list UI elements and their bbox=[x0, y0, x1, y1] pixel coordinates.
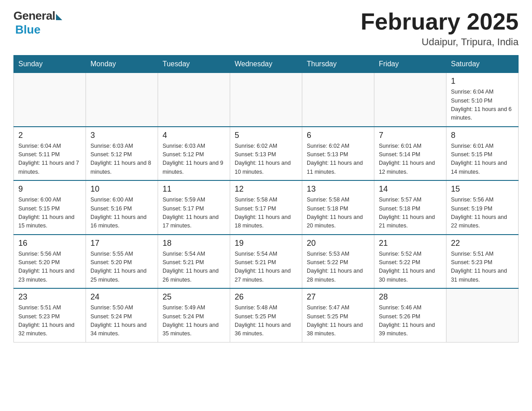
day-info: Sunrise: 5:56 AM Sunset: 5:19 PM Dayligh… bbox=[451, 196, 514, 231]
day-number: 28 bbox=[379, 292, 442, 302]
day-info: Sunrise: 5:49 AM Sunset: 5:24 PM Dayligh… bbox=[163, 304, 225, 338]
day-info: Sunrise: 5:47 AM Sunset: 5:25 PM Dayligh… bbox=[307, 304, 369, 338]
day-cell bbox=[374, 73, 446, 127]
day-info: Sunrise: 5:52 AM Sunset: 5:22 PM Dayligh… bbox=[379, 250, 442, 285]
day-info: Sunrise: 5:56 AM Sunset: 5:20 PM Dayligh… bbox=[18, 250, 81, 285]
day-info: Sunrise: 6:01 AM Sunset: 5:15 PM Dayligh… bbox=[451, 142, 514, 177]
day-number: 27 bbox=[307, 292, 369, 302]
day-info: Sunrise: 5:50 AM Sunset: 5:24 PM Dayligh… bbox=[90, 304, 153, 338]
week-row-2: 2Sunrise: 6:04 AM Sunset: 5:11 PM Daylig… bbox=[14, 127, 519, 181]
day-number: 21 bbox=[379, 239, 442, 248]
week-row-5: 23Sunrise: 5:51 AM Sunset: 5:23 PM Dayli… bbox=[14, 288, 519, 342]
day-cell: 2Sunrise: 6:04 AM Sunset: 5:11 PM Daylig… bbox=[14, 127, 86, 181]
weekday-header-thursday: Thursday bbox=[302, 56, 374, 73]
day-info: Sunrise: 5:54 AM Sunset: 5:21 PM Dayligh… bbox=[163, 250, 225, 285]
day-info: Sunrise: 6:04 AM Sunset: 5:11 PM Dayligh… bbox=[18, 142, 81, 177]
day-number: 16 bbox=[18, 239, 81, 248]
logo-blue-text: Blue bbox=[15, 23, 40, 37]
day-cell: 24Sunrise: 5:50 AM Sunset: 5:24 PM Dayli… bbox=[86, 288, 158, 342]
day-cell: 26Sunrise: 5:48 AM Sunset: 5:25 PM Dayli… bbox=[230, 288, 302, 342]
day-info: Sunrise: 5:51 AM Sunset: 5:23 PM Dayligh… bbox=[451, 250, 514, 285]
weekday-header-tuesday: Tuesday bbox=[158, 56, 230, 73]
day-number: 17 bbox=[90, 239, 153, 248]
day-number: 15 bbox=[451, 184, 514, 194]
day-cell bbox=[230, 73, 302, 127]
day-info: Sunrise: 6:00 AM Sunset: 5:15 PM Dayligh… bbox=[18, 196, 81, 231]
day-info: Sunrise: 5:57 AM Sunset: 5:18 PM Dayligh… bbox=[379, 196, 442, 231]
day-info: Sunrise: 6:02 AM Sunset: 5:13 PM Dayligh… bbox=[235, 142, 297, 177]
day-info: Sunrise: 6:02 AM Sunset: 5:13 PM Dayligh… bbox=[307, 142, 369, 177]
day-info: Sunrise: 5:58 AM Sunset: 5:17 PM Dayligh… bbox=[235, 196, 297, 231]
day-number: 19 bbox=[235, 239, 297, 248]
day-cell: 18Sunrise: 5:54 AM Sunset: 5:21 PM Dayli… bbox=[158, 235, 230, 289]
title-area: February 2025 Udaipur, Tripura, India bbox=[360, 9, 519, 48]
day-cell: 23Sunrise: 5:51 AM Sunset: 5:23 PM Dayli… bbox=[14, 288, 86, 342]
day-cell: 14Sunrise: 5:57 AM Sunset: 5:18 PM Dayli… bbox=[374, 180, 446, 235]
day-cell bbox=[446, 288, 519, 342]
day-info: Sunrise: 6:03 AM Sunset: 5:12 PM Dayligh… bbox=[163, 142, 225, 177]
day-number: 14 bbox=[379, 184, 442, 194]
calendar-table: SundayMondayTuesdayWednesdayThursdayFrid… bbox=[13, 55, 519, 342]
day-number: 5 bbox=[235, 131, 297, 140]
day-cell: 27Sunrise: 5:47 AM Sunset: 5:25 PM Dayli… bbox=[302, 288, 374, 342]
day-info: Sunrise: 5:59 AM Sunset: 5:17 PM Dayligh… bbox=[163, 196, 225, 231]
day-cell: 22Sunrise: 5:51 AM Sunset: 5:23 PM Dayli… bbox=[446, 235, 519, 289]
day-number: 4 bbox=[163, 131, 225, 140]
day-info: Sunrise: 5:55 AM Sunset: 5:20 PM Dayligh… bbox=[90, 250, 153, 285]
day-cell: 4Sunrise: 6:03 AM Sunset: 5:12 PM Daylig… bbox=[158, 127, 230, 181]
header: General Blue February 2025 Udaipur, Trip… bbox=[13, 9, 519, 48]
week-row-3: 9Sunrise: 6:00 AM Sunset: 5:15 PM Daylig… bbox=[14, 180, 519, 235]
day-number: 18 bbox=[163, 239, 225, 248]
day-cell: 9Sunrise: 6:00 AM Sunset: 5:15 PM Daylig… bbox=[14, 180, 86, 235]
day-number: 13 bbox=[307, 184, 369, 194]
day-cell: 25Sunrise: 5:49 AM Sunset: 5:24 PM Dayli… bbox=[158, 288, 230, 342]
day-number: 23 bbox=[18, 292, 81, 302]
day-number: 9 bbox=[18, 184, 81, 194]
day-cell bbox=[14, 73, 86, 127]
weekday-header-row: SundayMondayTuesdayWednesdayThursdayFrid… bbox=[14, 56, 519, 73]
day-cell: 17Sunrise: 5:55 AM Sunset: 5:20 PM Dayli… bbox=[86, 235, 158, 289]
weekday-header-monday: Monday bbox=[86, 56, 158, 73]
day-cell: 13Sunrise: 5:58 AM Sunset: 5:18 PM Dayli… bbox=[302, 180, 374, 235]
day-cell: 1Sunrise: 6:04 AM Sunset: 5:10 PM Daylig… bbox=[446, 73, 519, 127]
day-info: Sunrise: 5:53 AM Sunset: 5:22 PM Dayligh… bbox=[307, 250, 369, 285]
day-info: Sunrise: 5:54 AM Sunset: 5:21 PM Dayligh… bbox=[235, 250, 297, 285]
day-info: Sunrise: 5:58 AM Sunset: 5:18 PM Dayligh… bbox=[307, 196, 369, 231]
day-number: 22 bbox=[451, 239, 514, 248]
day-number: 8 bbox=[451, 131, 514, 140]
day-info: Sunrise: 6:00 AM Sunset: 5:16 PM Dayligh… bbox=[90, 196, 153, 231]
day-number: 24 bbox=[90, 292, 153, 302]
day-cell: 20Sunrise: 5:53 AM Sunset: 5:22 PM Dayli… bbox=[302, 235, 374, 289]
day-number: 6 bbox=[307, 131, 369, 140]
day-number: 11 bbox=[163, 184, 225, 194]
day-info: Sunrise: 6:01 AM Sunset: 5:14 PM Dayligh… bbox=[379, 142, 442, 177]
day-cell: 10Sunrise: 6:00 AM Sunset: 5:16 PM Dayli… bbox=[86, 180, 158, 235]
week-row-4: 16Sunrise: 5:56 AM Sunset: 5:20 PM Dayli… bbox=[14, 235, 519, 289]
weekday-header-sunday: Sunday bbox=[14, 56, 86, 73]
day-cell bbox=[302, 73, 374, 127]
day-number: 7 bbox=[379, 131, 442, 140]
day-number: 2 bbox=[18, 131, 81, 140]
day-cell: 19Sunrise: 5:54 AM Sunset: 5:21 PM Dayli… bbox=[230, 235, 302, 289]
day-cell: 21Sunrise: 5:52 AM Sunset: 5:22 PM Dayli… bbox=[374, 235, 446, 289]
logo: General Blue bbox=[13, 9, 62, 37]
day-number: 25 bbox=[163, 292, 225, 302]
day-cell: 5Sunrise: 6:02 AM Sunset: 5:13 PM Daylig… bbox=[230, 127, 302, 181]
day-cell: 7Sunrise: 6:01 AM Sunset: 5:14 PM Daylig… bbox=[374, 127, 446, 181]
day-cell: 15Sunrise: 5:56 AM Sunset: 5:19 PM Dayli… bbox=[446, 180, 519, 235]
weekday-header-saturday: Saturday bbox=[446, 56, 519, 73]
day-info: Sunrise: 5:51 AM Sunset: 5:23 PM Dayligh… bbox=[18, 304, 81, 338]
logo-arrow-icon bbox=[56, 14, 62, 20]
day-cell bbox=[86, 73, 158, 127]
week-row-1: 1Sunrise: 6:04 AM Sunset: 5:10 PM Daylig… bbox=[14, 73, 519, 127]
weekday-header-wednesday: Wednesday bbox=[230, 56, 302, 73]
day-cell: 11Sunrise: 5:59 AM Sunset: 5:17 PM Dayli… bbox=[158, 180, 230, 235]
day-info: Sunrise: 6:03 AM Sunset: 5:12 PM Dayligh… bbox=[90, 142, 153, 177]
day-info: Sunrise: 5:46 AM Sunset: 5:26 PM Dayligh… bbox=[379, 304, 442, 338]
day-info: Sunrise: 6:04 AM Sunset: 5:10 PM Dayligh… bbox=[451, 88, 514, 123]
day-cell bbox=[158, 73, 230, 127]
day-cell: 6Sunrise: 6:02 AM Sunset: 5:13 PM Daylig… bbox=[302, 127, 374, 181]
day-cell: 8Sunrise: 6:01 AM Sunset: 5:15 PM Daylig… bbox=[446, 127, 519, 181]
day-number: 3 bbox=[90, 131, 153, 140]
location-subtitle: Udaipur, Tripura, India bbox=[360, 36, 519, 48]
